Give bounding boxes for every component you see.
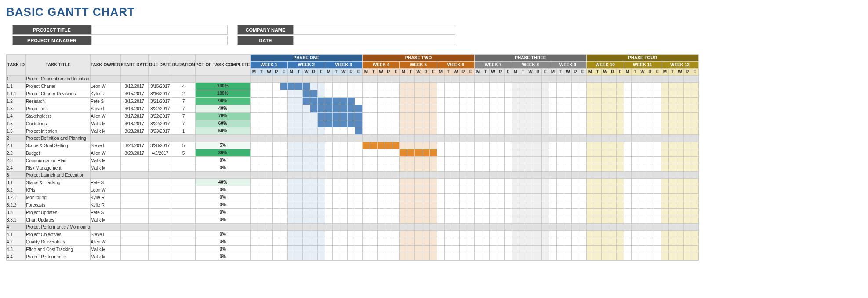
cell-pct-complete[interactable]: 30%	[195, 149, 250, 157]
cell-start-date[interactable]	[120, 186, 148, 194]
cell-pct-complete[interactable]	[195, 224, 250, 231]
cell-task-title[interactable]: Scope & Goal Setting	[26, 142, 91, 149]
cell-start-date[interactable]: 3/18/2017	[120, 120, 148, 127]
cell-pct-complete[interactable]: 50%	[195, 127, 250, 135]
cell-task-id[interactable]: 1.6	[7, 127, 26, 135]
cell-pct-complete[interactable]: 0%	[195, 194, 250, 201]
cell-task-title[interactable]: Research	[26, 98, 91, 105]
cell-duration[interactable]	[172, 164, 195, 172]
cell-task-title[interactable]: KPIs	[26, 186, 91, 194]
cell-task-title[interactable]: Stakeholders	[26, 113, 91, 120]
cell-task-owner[interactable]: Leon W	[91, 83, 121, 90]
cell-task-id[interactable]: 3	[7, 172, 26, 179]
cell-start-date[interactable]	[120, 231, 148, 238]
cell-task-id[interactable]: 2.3	[7, 157, 26, 164]
cell-due-date[interactable]: 4/2/2017	[148, 149, 172, 157]
cell-start-date[interactable]	[120, 172, 148, 179]
cell-due-date[interactable]	[148, 157, 172, 164]
section-row[interactable]: 3Project Launch and Execution	[7, 172, 699, 179]
cell-start-date[interactable]	[120, 194, 148, 201]
cell-duration[interactable]	[172, 201, 195, 209]
cell-task-title[interactable]: Guidelines	[26, 120, 91, 127]
cell-pct-complete[interactable]: 40%	[195, 105, 250, 113]
cell-due-date[interactable]	[148, 253, 172, 261]
cell-task-title[interactable]: Project Charter	[26, 83, 91, 90]
cell-start-date[interactable]: 3/12/2017	[120, 83, 148, 90]
cell-duration[interactable]: 7	[172, 98, 195, 105]
cell-task-owner[interactable]	[91, 172, 121, 179]
cell-duration[interactable]: 7	[172, 105, 195, 113]
cell-task-title[interactable]: Quality Deliverables	[26, 238, 91, 246]
cell-task-owner[interactable]: Malik M	[91, 120, 121, 127]
cell-start-date[interactable]	[120, 238, 148, 246]
cell-pct-complete[interactable]	[195, 135, 250, 142]
cell-start-date[interactable]: 3/24/2017	[120, 142, 148, 149]
cell-task-id[interactable]: 1.1	[7, 83, 26, 90]
cell-pct-complete[interactable]: 90%	[195, 98, 250, 105]
cell-task-title[interactable]: Status & Tracking	[26, 179, 91, 186]
cell-task-id[interactable]: 2.4	[7, 164, 26, 172]
table-row[interactable]: 1.3ProjectionsSteve L3/16/20173/22/20177…	[7, 105, 699, 113]
cell-task-id[interactable]: 4.1	[7, 231, 26, 238]
cell-task-id[interactable]: 2.1	[7, 142, 26, 149]
cell-due-date[interactable]: 3/22/2017	[148, 105, 172, 113]
cell-start-date[interactable]	[120, 76, 148, 83]
cell-due-date[interactable]: 3/21/2017	[148, 98, 172, 105]
cell-task-title[interactable]: Project Objectives	[26, 231, 91, 238]
cell-duration[interactable]: 2	[172, 90, 195, 98]
cell-duration[interactable]	[172, 253, 195, 261]
cell-start-date[interactable]: 3/23/2017	[120, 127, 148, 135]
cell-start-date[interactable]: 3/17/2017	[120, 113, 148, 120]
cell-due-date[interactable]: 3/23/2017	[148, 127, 172, 135]
cell-task-id[interactable]: 2	[7, 135, 26, 142]
cell-due-date[interactable]	[148, 186, 172, 194]
cell-duration[interactable]	[172, 135, 195, 142]
cell-due-date[interactable]	[148, 209, 172, 216]
cell-pct-complete[interactable]: 0%	[195, 186, 250, 194]
cell-task-title[interactable]: Project Charter Revisions	[26, 90, 91, 98]
section-row[interactable]: 1Project Conception and Initiation	[7, 76, 699, 83]
cell-task-id[interactable]: 2.2	[7, 149, 26, 157]
cell-pct-complete[interactable]: 0%	[195, 216, 250, 224]
cell-task-title[interactable]: Project Conception and Initiation	[26, 76, 91, 83]
cell-pct-complete[interactable]: 0%	[195, 246, 250, 253]
table-row[interactable]: 3.3Project UpdatesPete S0%	[7, 209, 699, 216]
cell-pct-complete[interactable]: 100%	[195, 90, 250, 98]
table-row[interactable]: 3.1Status & TrackingPete S40%	[7, 179, 699, 186]
input-project-manager[interactable]	[91, 36, 228, 45]
cell-task-id[interactable]: 3.3	[7, 209, 26, 216]
cell-task-owner[interactable]: Kylie R	[91, 194, 121, 201]
cell-duration[interactable]	[172, 238, 195, 246]
cell-duration[interactable]	[172, 194, 195, 201]
table-row[interactable]: 3.2KPIsLeon W0%	[7, 186, 699, 194]
cell-pct-complete[interactable]: 5%	[195, 142, 250, 149]
input-date[interactable]	[294, 36, 455, 45]
cell-due-date[interactable]	[148, 179, 172, 186]
cell-duration[interactable]	[172, 209, 195, 216]
cell-pct-complete[interactable]: 0%	[195, 253, 250, 261]
cell-task-title[interactable]: Forecasts	[26, 201, 91, 209]
cell-start-date[interactable]	[120, 224, 148, 231]
cell-pct-complete[interactable]	[195, 172, 250, 179]
cell-due-date[interactable]: 3/16/2017	[148, 90, 172, 98]
cell-start-date[interactable]	[120, 253, 148, 261]
cell-task-title[interactable]: Risk Management	[26, 164, 91, 172]
cell-task-id[interactable]: 1	[7, 76, 26, 83]
cell-task-id[interactable]: 4.4	[7, 253, 26, 261]
cell-due-date[interactable]	[148, 194, 172, 201]
cell-duration[interactable]	[172, 246, 195, 253]
cell-pct-complete[interactable]: 70%	[195, 113, 250, 120]
cell-task-title[interactable]: Project Launch and Execution	[26, 172, 91, 179]
input-company-name[interactable]	[294, 25, 455, 35]
cell-task-title[interactable]: Project Performance / Monitoring	[26, 224, 91, 231]
table-row[interactable]: 2.1Scope & Goal SettingSteve L3/24/20173…	[7, 142, 699, 149]
cell-due-date[interactable]	[148, 224, 172, 231]
cell-due-date[interactable]	[148, 172, 172, 179]
cell-duration[interactable]	[172, 186, 195, 194]
cell-task-title[interactable]: Project Definition and Planning	[26, 135, 91, 142]
cell-task-id[interactable]: 1.4	[7, 113, 26, 120]
cell-task-id[interactable]: 3.3.1	[7, 216, 26, 224]
cell-task-id[interactable]: 4.3	[7, 246, 26, 253]
cell-pct-complete[interactable]: 40%	[195, 179, 250, 186]
table-row[interactable]: 1.6Project InitiationMalik M3/23/20173/2…	[7, 127, 699, 135]
